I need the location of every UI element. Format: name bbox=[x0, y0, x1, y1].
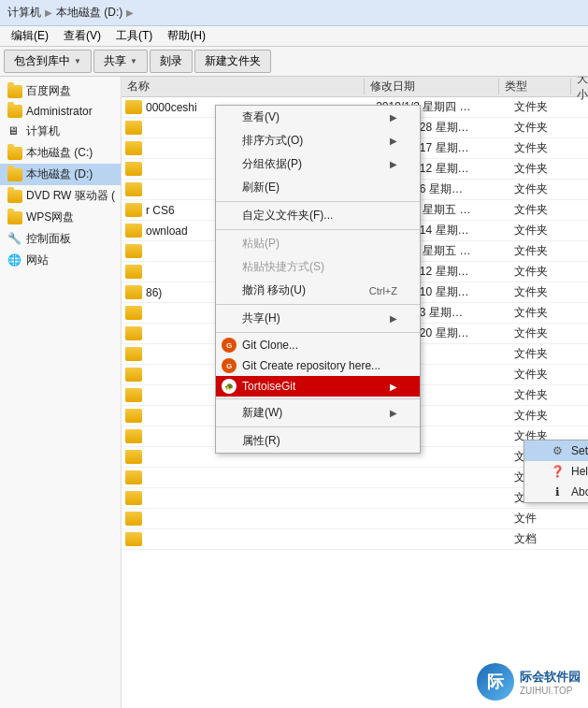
sidebar-item-control-panel[interactable]: 🔧 控制面板 bbox=[0, 228, 121, 250]
file-list-area: 名称 修改日期 类型 大小 0000ceshi 2019/1/3 星期四 … 文… bbox=[122, 77, 588, 708]
control-panel-icon: 🔧 bbox=[7, 232, 22, 247]
sidebar-item-computer[interactable]: 🖥 计算机 bbox=[0, 121, 121, 142]
cm-tortoisegit-arrow: ▶ bbox=[390, 382, 397, 392]
new-folder-button[interactable]: 新建文件夹 bbox=[194, 50, 271, 73]
share-button[interactable]: 共享 ▼ bbox=[93, 50, 148, 73]
cm-tortoisegit[interactable]: 🐢 TortoiseGit ▶ bbox=[216, 376, 420, 397]
settings-icon: ⚙ bbox=[551, 444, 564, 457]
title-bar: 计算机 ▶ 本地磁盘 (D:) ▶ bbox=[0, 0, 588, 26]
sub-about[interactable]: ℹ About bbox=[524, 482, 588, 502]
cm-share-arrow: ▶ bbox=[390, 313, 397, 324]
cm-sort[interactable]: 排序方式(O) ▶ bbox=[216, 129, 420, 152]
cm-customize[interactable]: 自定义文件夹(F)... bbox=[216, 204, 420, 227]
help-icon: ❓ bbox=[551, 465, 564, 478]
breadcrumb-disk[interactable]: 本地磁盘 (D:) bbox=[56, 5, 122, 21]
folder-icon bbox=[7, 105, 22, 118]
sidebar: 百度网盘 Administrator 🖥 计算机 本地磁盘 (C:) 本地磁盘 … bbox=[0, 77, 122, 708]
cm-new[interactable]: 新建(W) ▶ bbox=[216, 401, 420, 425]
folder-icon bbox=[7, 168, 22, 181]
breadcrumb-computer[interactable]: 计算机 bbox=[7, 5, 41, 21]
cm-group-arrow: ▶ bbox=[390, 159, 397, 169]
git-clone-icon: G bbox=[222, 338, 237, 353]
cm-undo[interactable]: 撤消 移动(U) Ctrl+Z bbox=[216, 279, 420, 302]
sidebar-item-website[interactable]: 🌐 网站 bbox=[0, 250, 121, 271]
sidebar-item-disk-d[interactable]: 本地磁盘 (D:) bbox=[0, 164, 121, 185]
cm-sep-2 bbox=[216, 229, 420, 230]
cm-sep-3 bbox=[216, 304, 420, 305]
cm-sep-6 bbox=[216, 426, 420, 427]
git-create-icon: G bbox=[222, 358, 237, 373]
menu-tools[interactable]: 工具(T) bbox=[108, 26, 160, 46]
toolbar: 包含到库中 ▼ 共享 ▼ 刻录 新建文件夹 bbox=[0, 47, 588, 77]
tortoisegit-submenu: ⚙ Settings ❓ Help ℹ About bbox=[523, 440, 588, 503]
breadcrumb-arrow-2: ▶ bbox=[126, 7, 134, 18]
cm-git-create[interactable]: G Git Create repository here... bbox=[216, 355, 420, 376]
cm-sep-5 bbox=[216, 398, 420, 399]
cm-paste[interactable]: 粘贴(P) bbox=[216, 232, 420, 255]
context-menu: 查看(V) ▶ 排序方式(O) ▶ 分组依据(P) ▶ 刷新(E) 自定义文件夹… bbox=[215, 105, 421, 454]
breadcrumb-arrow-1: ▶ bbox=[45, 7, 52, 18]
share-arrow: ▼ bbox=[130, 57, 137, 65]
menu-bar: 编辑(E) 查看(V) 工具(T) 帮助(H) bbox=[0, 26, 588, 47]
folder-icon bbox=[7, 85, 22, 98]
folder-icon bbox=[7, 190, 22, 203]
main-area: 百度网盘 Administrator 🖥 计算机 本地磁盘 (C:) 本地磁盘 … bbox=[0, 77, 588, 708]
cm-sep-4 bbox=[216, 332, 420, 333]
sidebar-item-wps[interactable]: WPS网盘 bbox=[0, 207, 121, 228]
include-library-button[interactable]: 包含到库中 ▼ bbox=[4, 50, 92, 73]
cm-git-clone[interactable]: G Git Clone... bbox=[216, 335, 420, 355]
computer-icon: 🖥 bbox=[7, 124, 22, 139]
sub-settings[interactable]: ⚙ Settings bbox=[524, 441, 588, 461]
cm-new-arrow: ▶ bbox=[390, 408, 397, 418]
website-icon: 🌐 bbox=[7, 253, 22, 268]
menu-help[interactable]: 帮助(H) bbox=[160, 26, 213, 46]
cm-refresh[interactable]: 刷新(E) bbox=[216, 176, 420, 199]
cm-view[interactable]: 查看(V) ▶ bbox=[216, 106, 420, 129]
sidebar-item-disk-c[interactable]: 本地磁盘 (C:) bbox=[0, 142, 121, 164]
folder-icon bbox=[7, 147, 22, 160]
cm-properties[interactable]: 属性(R) bbox=[216, 429, 420, 453]
tortoisegit-icon: 🐢 bbox=[222, 379, 237, 394]
cm-group[interactable]: 分组依据(P) ▶ bbox=[216, 152, 420, 176]
context-menu-overlay: 查看(V) ▶ 排序方式(O) ▶ 分组依据(P) ▶ 刷新(E) 自定义文件夹… bbox=[122, 77, 588, 708]
folder-icon bbox=[7, 211, 22, 224]
cm-sep-1 bbox=[216, 201, 420, 202]
about-icon: ℹ bbox=[551, 485, 564, 498]
cm-paste-shortcut[interactable]: 粘贴快捷方式(S) bbox=[216, 255, 420, 279]
sub-help[interactable]: ❓ Help bbox=[524, 461, 588, 482]
cm-undo-shortcut: Ctrl+Z bbox=[369, 285, 397, 296]
sidebar-item-admin[interactable]: Administrator bbox=[0, 102, 121, 121]
menu-view[interactable]: 查看(V) bbox=[56, 26, 108, 46]
include-library-arrow: ▼ bbox=[74, 57, 81, 65]
burn-button[interactable]: 刻录 bbox=[150, 50, 193, 73]
cm-share[interactable]: 共享(H) ▶ bbox=[216, 307, 420, 330]
menu-edit[interactable]: 编辑(E) bbox=[4, 26, 56, 46]
cm-sort-arrow: ▶ bbox=[390, 136, 397, 146]
sidebar-item-dvd[interactable]: DVD RW 驱动器 ( bbox=[0, 185, 121, 207]
sidebar-item-baidu[interactable]: 百度网盘 bbox=[0, 80, 121, 102]
cm-view-arrow: ▶ bbox=[390, 112, 397, 123]
